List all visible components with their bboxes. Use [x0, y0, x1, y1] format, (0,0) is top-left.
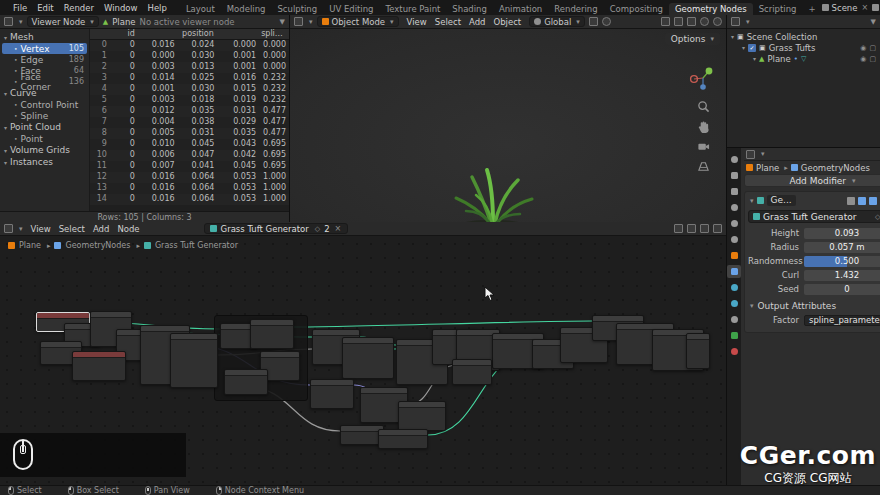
- domain-group-point-cloud[interactable]: ▾Point Cloud: [0, 121, 89, 133]
- realtime-display-icon[interactable]: [858, 197, 866, 205]
- properties-tab-modifiers[interactable]: [727, 265, 741, 278]
- viewport-menu-view[interactable]: View: [403, 17, 431, 27]
- transform-orientation-dropdown[interactable]: Global ▾: [529, 16, 585, 27]
- viewport-menu-select[interactable]: Select: [431, 17, 465, 27]
- fake-user-shield-icon[interactable]: ◇: [875, 213, 880, 221]
- workspace-tab-scripting[interactable]: Scripting: [753, 3, 803, 15]
- table-row[interactable]: 200.0030.0130.0010.000: [90, 62, 289, 73]
- domain-group-mesh[interactable]: ▾Mesh: [0, 31, 89, 43]
- properties-tab-physics[interactable]: [727, 297, 741, 310]
- graph-node[interactable]: [310, 379, 354, 409]
- screen-icon[interactable]: ▢: [869, 55, 876, 63]
- domain-group-volume-grids[interactable]: ▾Volume Grids: [0, 144, 89, 156]
- camera-view-icon[interactable]: [697, 140, 710, 153]
- graph-node[interactable]: [452, 359, 492, 385]
- output-attributes-section[interactable]: ▾ Output Attributes: [748, 300, 880, 312]
- table-row[interactable]: 600.0120.0350.0310.477: [90, 106, 289, 117]
- field-seed-slider[interactable]: 0: [804, 284, 880, 295]
- pan-hand-icon[interactable]: [697, 120, 710, 133]
- table-row[interactable]: 300.0140.0250.0160.232: [90, 73, 289, 84]
- viewport-menu-object[interactable]: Object: [489, 17, 525, 27]
- menu-edit[interactable]: Edit: [32, 3, 58, 13]
- snap-magnet-icon[interactable]: [589, 17, 598, 26]
- field-height-slider[interactable]: 0.093: [804, 228, 880, 239]
- disclosure-icon[interactable]: ▾: [742, 44, 745, 51]
- domain-item-spline[interactable]: •Spline: [2, 110, 87, 121]
- node-menu-select[interactable]: Select: [55, 224, 89, 234]
- table-row[interactable]: 100.0000.0300.0010.000: [90, 51, 289, 62]
- shading-solid-icon[interactable]: [700, 17, 709, 26]
- options-button[interactable]: Options ▾: [665, 33, 720, 45]
- properties-tab-object[interactable]: [727, 249, 741, 262]
- workspace-tab-uv-editing[interactable]: UV Editing: [323, 3, 379, 15]
- node-menu-node[interactable]: Node: [113, 224, 143, 234]
- properties-editor-type-icon[interactable]: [746, 150, 755, 159]
- mode-selector[interactable]: Object Mode ▾: [317, 16, 399, 27]
- workspace-tab-layout[interactable]: Layout: [180, 3, 221, 15]
- perspective-grid-icon[interactable]: [697, 160, 710, 173]
- outliner-editor-type-icon[interactable]: [731, 17, 740, 26]
- table-row[interactable]: 400.0010.0300.0150.232: [90, 84, 289, 95]
- properties-tab-render[interactable]: [727, 169, 741, 182]
- breadcrumb-modifier[interactable]: GeometryNodes: [801, 163, 870, 173]
- workspace-tab-geometry-nodes[interactable]: Geometry Nodes: [669, 3, 753, 15]
- viewport-editor-type-icon[interactable]: [294, 17, 303, 26]
- editor-split-icon[interactable]: [713, 224, 722, 233]
- expand-icon[interactable]: ▾: [750, 197, 754, 205]
- domain-group-instances[interactable]: ▾Instances: [0, 156, 89, 168]
- node-group-selector[interactable]: Grass Tuft Generator ◇ ×: [748, 210, 880, 223]
- graph-node[interactable]: [378, 429, 428, 449]
- domain-item-face-corner[interactable]: •Face Corner136: [2, 76, 87, 87]
- domain-item-control-point[interactable]: •Control Point: [2, 99, 87, 110]
- table-row[interactable]: 500.0030.0180.0190.232: [90, 95, 289, 106]
- menu-window[interactable]: Window: [99, 3, 143, 13]
- workspace-tab-texture-paint[interactable]: Texture Paint: [380, 3, 447, 15]
- properties-tab-particles[interactable]: [727, 281, 741, 294]
- edit-mode-display-icon[interactable]: [847, 197, 855, 205]
- table-row[interactable]: 1000.0060.0470.0420.695: [90, 150, 289, 161]
- node-editor-type-icon[interactable]: [4, 224, 13, 233]
- workspace-tab-rendering[interactable]: Rendering: [548, 3, 603, 15]
- table-row[interactable]: 1400.0160.0640.0531.000: [90, 194, 289, 205]
- users-count-badge[interactable]: 2: [324, 224, 329, 234]
- snap-magnet-icon[interactable]: [687, 224, 696, 233]
- viewport-menu-add[interactable]: Add: [465, 17, 489, 27]
- graph-node[interactable]: [342, 337, 394, 379]
- graph-node[interactable]: [250, 319, 294, 349]
- workspace-tab-shading[interactable]: Shading: [446, 3, 493, 15]
- overlays-icon[interactable]: [700, 224, 709, 233]
- outliner-item-grass-tufts[interactable]: ▾✓▣Grass Tufts◉▢: [727, 42, 880, 53]
- node-menu-view[interactable]: View: [27, 224, 55, 234]
- outliner-item-plane[interactable]: ▾▲Plane•▽◉▢: [727, 53, 880, 64]
- breadcrumb-object[interactable]: Plane: [756, 163, 779, 173]
- graph-node[interactable]: [170, 333, 218, 388]
- filter-funnel-icon[interactable]: ▼: [871, 18, 876, 26]
- column-header-spline-parameter[interactable]: spline_parameter: [261, 29, 289, 39]
- scene-unlink-icon[interactable]: ×: [860, 3, 869, 12]
- properties-tab-world[interactable]: [727, 233, 741, 246]
- viewport-canvas[interactable]: Options ▾: [290, 29, 726, 222]
- render-display-icon[interactable]: [869, 197, 877, 205]
- table-row[interactable]: 700.0040.0380.0290.477: [90, 117, 289, 128]
- domain-item-edge[interactable]: •Edge189: [2, 54, 87, 65]
- overlays-icon[interactable]: [674, 17, 683, 26]
- workspace-tab-compositing[interactable]: Compositing: [604, 3, 669, 15]
- node-menu-add[interactable]: Add: [89, 224, 113, 234]
- navigation-gizmo[interactable]: [688, 63, 718, 93]
- properties-tab-object-data[interactable]: [727, 329, 741, 342]
- proportional-editing-icon[interactable]: [602, 17, 611, 26]
- menu-render[interactable]: Render: [59, 3, 99, 13]
- graph-node[interactable]: [398, 401, 446, 431]
- outliner-item-scene-collection[interactable]: ▾▣Scene Collection: [727, 31, 880, 42]
- workspace-tab-modeling[interactable]: Modeling: [221, 3, 272, 15]
- workspace-tab-animation[interactable]: Animation: [493, 3, 548, 15]
- node-group-name-chip[interactable]: Grass Tuft Generator ◇ 2 ×: [204, 223, 349, 234]
- domain-item-vertex[interactable]: •Vertex105: [2, 43, 87, 54]
- pin-icon[interactable]: [674, 224, 683, 233]
- table-row[interactable]: 000.0160.0240.0000.000: [90, 40, 289, 51]
- filter-funnel-icon[interactable]: ▼: [280, 18, 285, 26]
- disclosure-icon[interactable]: ▾: [731, 33, 734, 40]
- table-row[interactable]: 900.0100.0450.0430.695: [90, 139, 289, 150]
- column-header-id[interactable]: id: [90, 29, 140, 39]
- spreadsheet-editor-type-icon[interactable]: [4, 17, 13, 26]
